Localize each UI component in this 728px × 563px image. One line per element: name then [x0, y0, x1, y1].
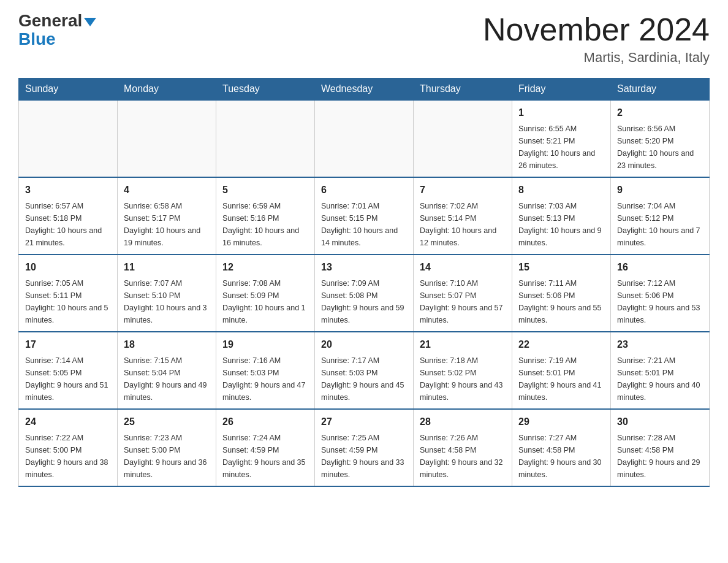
day-number: 29 — [518, 415, 604, 429]
calendar-cell: 27Sunrise: 7:25 AMSunset: 4:59 PMDayligh… — [315, 409, 414, 486]
calendar-cell: 28Sunrise: 7:26 AMSunset: 4:58 PMDayligh… — [414, 409, 512, 486]
day-header-wednesday: Wednesday — [315, 79, 414, 101]
calendar-cell: 14Sunrise: 7:10 AMSunset: 5:07 PMDayligh… — [414, 255, 512, 332]
day-number: 28 — [420, 415, 506, 429]
calendar-cell — [216, 100, 315, 177]
day-number: 18 — [124, 337, 210, 352]
location-title: Martis, Sardinia, Italy — [483, 50, 710, 66]
day-number: 12 — [222, 260, 308, 275]
logo-blue: Blue — [18, 31, 56, 48]
day-number: 7 — [420, 183, 506, 197]
calendar-cell: 11Sunrise: 7:07 AMSunset: 5:10 PMDayligh… — [118, 255, 216, 332]
logo-general: General — [18, 12, 96, 29]
day-number: 4 — [124, 183, 210, 197]
calendar-cell: 21Sunrise: 7:18 AMSunset: 5:02 PMDayligh… — [414, 332, 512, 409]
sun-info: Sunrise: 7:17 AMSunset: 5:03 PMDaylight:… — [321, 354, 407, 404]
day-number: 15 — [518, 260, 604, 275]
calendar-cell: 1Sunrise: 6:55 AMSunset: 5:21 PMDaylight… — [512, 100, 611, 177]
calendar-cell: 30Sunrise: 7:28 AMSunset: 4:58 PMDayligh… — [611, 409, 710, 486]
day-number: 13 — [321, 260, 407, 275]
calendar-cell: 26Sunrise: 7:24 AMSunset: 4:59 PMDayligh… — [216, 409, 315, 486]
calendar-cell: 8Sunrise: 7:03 AMSunset: 5:13 PMDaylight… — [512, 177, 611, 255]
month-title: November 2024 — [483, 12, 710, 47]
day-number: 1 — [518, 105, 604, 120]
sun-info: Sunrise: 6:56 AMSunset: 5:20 PMDaylight:… — [617, 123, 703, 172]
sun-info: Sunrise: 7:18 AMSunset: 5:02 PMDaylight:… — [420, 354, 506, 404]
day-number: 16 — [617, 260, 703, 275]
calendar-cell: 5Sunrise: 6:59 AMSunset: 5:16 PMDaylight… — [216, 177, 315, 255]
calendar-cell: 9Sunrise: 7:04 AMSunset: 5:12 PMDaylight… — [611, 177, 710, 255]
sun-info: Sunrise: 7:04 AMSunset: 5:12 PMDaylight:… — [617, 200, 703, 249]
sun-info: Sunrise: 7:26 AMSunset: 4:58 PMDaylight:… — [420, 432, 506, 481]
day-number: 17 — [25, 337, 111, 352]
calendar-cell: 13Sunrise: 7:09 AMSunset: 5:08 PMDayligh… — [315, 255, 414, 332]
day-number: 19 — [222, 337, 308, 352]
day-header-tuesday: Tuesday — [216, 79, 315, 101]
day-number: 5 — [222, 183, 308, 197]
calendar-cell — [414, 100, 512, 177]
calendar-week-5: 24Sunrise: 7:22 AMSunset: 5:00 PMDayligh… — [19, 409, 710, 486]
calendar-cell — [19, 100, 118, 177]
day-number: 2 — [617, 105, 703, 120]
sun-info: Sunrise: 6:57 AMSunset: 5:18 PMDaylight:… — [25, 200, 111, 249]
calendar-cell: 12Sunrise: 7:08 AMSunset: 5:09 PMDayligh… — [216, 255, 315, 332]
sun-info: Sunrise: 7:15 AMSunset: 5:04 PMDaylight:… — [124, 354, 210, 404]
calendar-cell: 2Sunrise: 6:56 AMSunset: 5:20 PMDaylight… — [611, 100, 710, 177]
day-number: 27 — [321, 415, 407, 429]
calendar-cell — [118, 100, 216, 177]
day-header-sunday: Sunday — [19, 79, 118, 101]
sun-info: Sunrise: 7:21 AMSunset: 5:01 PMDaylight:… — [617, 354, 703, 404]
calendar-cell: 7Sunrise: 7:02 AMSunset: 5:14 PMDaylight… — [414, 177, 512, 255]
sun-info: Sunrise: 7:28 AMSunset: 4:58 PMDaylight:… — [617, 432, 703, 481]
day-number: 3 — [25, 183, 111, 197]
sun-info: Sunrise: 7:27 AMSunset: 4:58 PMDaylight:… — [518, 432, 604, 481]
sun-info: Sunrise: 7:11 AMSunset: 5:06 PMDaylight:… — [518, 277, 604, 326]
calendar-cell: 29Sunrise: 7:27 AMSunset: 4:58 PMDayligh… — [512, 409, 611, 486]
page-header: General Blue November 2024 Martis, Sardi… — [18, 12, 710, 66]
calendar-cell: 23Sunrise: 7:21 AMSunset: 5:01 PMDayligh… — [611, 332, 710, 409]
day-header-friday: Friday — [512, 79, 611, 101]
sun-info: Sunrise: 6:55 AMSunset: 5:21 PMDaylight:… — [518, 123, 604, 172]
day-number: 10 — [25, 260, 111, 275]
day-number: 22 — [518, 337, 604, 352]
sun-info: Sunrise: 7:08 AMSunset: 5:09 PMDaylight:… — [222, 277, 308, 326]
calendar-week-1: 1Sunrise: 6:55 AMSunset: 5:21 PMDaylight… — [19, 100, 710, 177]
calendar-cell: 20Sunrise: 7:17 AMSunset: 5:03 PMDayligh… — [315, 332, 414, 409]
calendar-cell: 16Sunrise: 7:12 AMSunset: 5:06 PMDayligh… — [611, 255, 710, 332]
title-block: November 2024 Martis, Sardinia, Italy — [483, 12, 710, 66]
sun-info: Sunrise: 7:19 AMSunset: 5:01 PMDaylight:… — [518, 354, 604, 404]
sun-info: Sunrise: 7:05 AMSunset: 5:11 PMDaylight:… — [25, 277, 111, 326]
calendar-cell: 3Sunrise: 6:57 AMSunset: 5:18 PMDaylight… — [19, 177, 118, 255]
day-header-monday: Monday — [118, 79, 216, 101]
day-header-thursday: Thursday — [414, 79, 512, 101]
sun-info: Sunrise: 7:16 AMSunset: 5:03 PMDaylight:… — [222, 354, 308, 404]
day-number: 24 — [25, 415, 111, 429]
sun-info: Sunrise: 7:01 AMSunset: 5:15 PMDaylight:… — [321, 200, 407, 249]
day-number: 11 — [124, 260, 210, 275]
sun-info: Sunrise: 7:25 AMSunset: 4:59 PMDaylight:… — [321, 432, 407, 481]
calendar-cell: 17Sunrise: 7:14 AMSunset: 5:05 PMDayligh… — [19, 332, 118, 409]
logo: General Blue — [18, 12, 96, 48]
day-number: 26 — [222, 415, 308, 429]
calendar-cell: 19Sunrise: 7:16 AMSunset: 5:03 PMDayligh… — [216, 332, 315, 409]
day-number: 8 — [518, 183, 604, 197]
sun-info: Sunrise: 7:14 AMSunset: 5:05 PMDaylight:… — [25, 354, 111, 404]
sun-info: Sunrise: 7:02 AMSunset: 5:14 PMDaylight:… — [420, 200, 506, 249]
sun-info: Sunrise: 7:22 AMSunset: 5:00 PMDaylight:… — [25, 432, 111, 481]
calendar-cell: 24Sunrise: 7:22 AMSunset: 5:00 PMDayligh… — [19, 409, 118, 486]
calendar-week-3: 10Sunrise: 7:05 AMSunset: 5:11 PMDayligh… — [19, 255, 710, 332]
sun-info: Sunrise: 7:09 AMSunset: 5:08 PMDaylight:… — [321, 277, 407, 326]
calendar-week-4: 17Sunrise: 7:14 AMSunset: 5:05 PMDayligh… — [19, 332, 710, 409]
day-number: 9 — [617, 183, 703, 197]
day-header-saturday: Saturday — [611, 79, 710, 101]
sun-info: Sunrise: 6:59 AMSunset: 5:16 PMDaylight:… — [222, 200, 308, 249]
calendar-cell: 10Sunrise: 7:05 AMSunset: 5:11 PMDayligh… — [19, 255, 118, 332]
sun-info: Sunrise: 7:03 AMSunset: 5:13 PMDaylight:… — [518, 200, 604, 249]
calendar-header-row: SundayMondayTuesdayWednesdayThursdayFrid… — [19, 79, 710, 101]
sun-info: Sunrise: 6:58 AMSunset: 5:17 PMDaylight:… — [124, 200, 210, 249]
day-number: 21 — [420, 337, 506, 352]
calendar-cell: 18Sunrise: 7:15 AMSunset: 5:04 PMDayligh… — [118, 332, 216, 409]
calendar-table: SundayMondayTuesdayWednesdayThursdayFrid… — [18, 78, 710, 487]
sun-info: Sunrise: 7:10 AMSunset: 5:07 PMDaylight:… — [420, 277, 506, 326]
sun-info: Sunrise: 7:07 AMSunset: 5:10 PMDaylight:… — [124, 277, 210, 326]
